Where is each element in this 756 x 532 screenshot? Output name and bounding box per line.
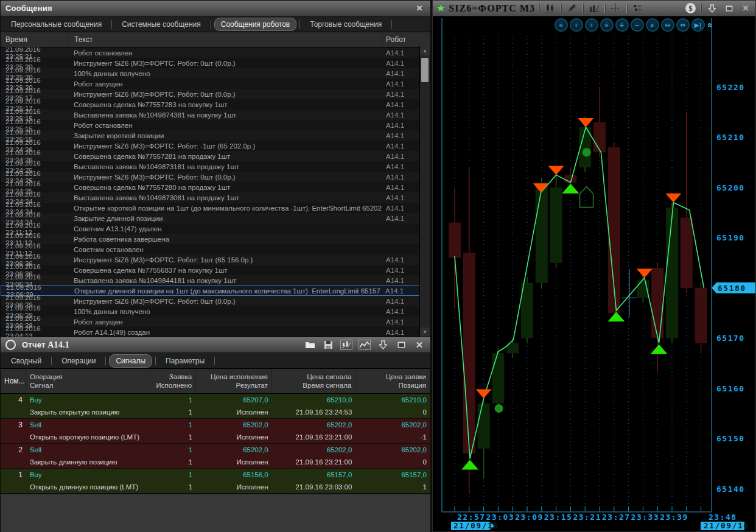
buy-marker[interactable]: [607, 312, 625, 321]
sell-marker[interactable]: [476, 390, 492, 399]
report-tab-2[interactable]: Сигналы: [109, 354, 152, 368]
header-line2: Исполнено: [156, 381, 192, 390]
scrollbar-thumb[interactable]: [421, 58, 429, 82]
date-badge-right-label[interactable]: 21/09/16: [704, 521, 749, 530]
favorite-star-icon[interactable]: ★: [436, 4, 445, 13]
message-robot: A14.1: [386, 132, 420, 139]
column-header-time[interactable]: Время: [1, 32, 68, 47]
report-title-name: A14.1: [47, 340, 69, 349]
signal-row-group[interactable]: 1Buy165156,065157,065157,0Открыть длинну…: [1, 469, 430, 494]
signal-row-group[interactable]: 3Sell165202,065202,065202,0Открыть корот…: [1, 419, 430, 444]
open-folder-icon[interactable]: [304, 340, 316, 351]
scroll-down-icon[interactable]: ▼: [420, 327, 430, 337]
message-text: Инструмент SiZ6 (M3)=ФОРТС. Робот: 1шт (…: [68, 256, 386, 264]
report-window: Отчет A14.1 ✕ СводныйОперацииСигналыПара…: [0, 337, 431, 532]
zoom-in-button[interactable]: +: [615, 18, 629, 32]
message-text: Робот остановлен: [68, 49, 386, 57]
signals-column-header[interactable]: Ном...: [1, 369, 26, 393]
time-axis-label: 22:57: [457, 513, 486, 522]
message-text: Инструмент SiZ6 (M3)=ФОРТС. Робот: 0шт (…: [68, 173, 386, 181]
column-header-text[interactable]: Текст: [68, 32, 382, 47]
close-icon[interactable]: ✕: [740, 3, 752, 14]
signal-value: 1: [147, 458, 196, 466]
buy-marker[interactable]: [461, 460, 478, 470]
signal-value: 1: [147, 396, 196, 404]
report-tab-0[interactable]: Сводный: [4, 354, 48, 368]
expand-horizontal-button[interactable]: ↔: [661, 18, 674, 32]
chart-titlebar[interactable]: ★ SIZ6=ФОРТС M3 $ ✕: [433, 1, 755, 16]
messages-table-body: 21.09.2016 23:25:21Робот остановленA14.1…: [1, 47, 420, 338]
sell-marker[interactable]: [665, 194, 681, 203]
go-to-end-button[interactable]: ▶|: [691, 18, 705, 32]
messages-tab-3[interactable]: Торговые сообщения: [303, 18, 388, 31]
buy-marker[interactable]: [562, 184, 579, 194]
sell-marker[interactable]: [637, 269, 653, 278]
messages-titlebar[interactable]: Сообщения ✕: [1, 1, 430, 16]
crosshair-icon[interactable]: [609, 2, 623, 15]
signal-row-group[interactable]: 4Buy165207,065210,065210,0Закрыть открыт…: [1, 394, 430, 419]
pencil-icon[interactable]: [565, 2, 579, 15]
message-robot: A14.1: [386, 267, 420, 274]
scroll-end-button[interactable]: »: [600, 18, 614, 32]
message-robot: A14.1: [386, 318, 420, 326]
messages-tab-0[interactable]: Персональные сообщения: [4, 18, 108, 31]
report-titlebar[interactable]: Отчет A14.1 ✕: [1, 337, 430, 353]
messages-tab-2[interactable]: Сообщения роботов: [214, 18, 297, 31]
close-icon[interactable]: ✕: [413, 340, 425, 351]
signal-value: 65202,0: [355, 446, 430, 453]
header-line1: Цена сигнала: [307, 373, 351, 381]
signals-column-header[interactable]: Цена исполненияРезультат: [196, 369, 272, 393]
zoom-window-button[interactable]: ⌕: [646, 18, 659, 32]
report-tab-3[interactable]: Параметры: [159, 354, 211, 368]
chart-line-icon[interactable]: [359, 340, 371, 351]
message-robot: A14.1: [386, 111, 420, 119]
download-arrow-icon[interactable]: [705, 2, 719, 15]
indicator-list-icon[interactable]: [631, 2, 645, 15]
close-icon[interactable]: ✕: [413, 3, 425, 14]
maximize-icon[interactable]: [723, 2, 736, 15]
scroll-up-icon[interactable]: ▲: [420, 46, 430, 55]
maximize-icon[interactable]: [395, 340, 407, 351]
signal-value: 65157,0: [272, 471, 356, 478]
target-house-marker[interactable]: [580, 187, 593, 208]
chart-window: ★ SIZ6=ФОРТС M3 $ ✕ «‹›»+−⌕↔⇔▶|« 6522065…: [432, 0, 756, 532]
buy-marker[interactable]: [651, 345, 668, 354]
signals-column-header[interactable]: ОперацияСигнал: [26, 369, 147, 393]
sell-marker[interactable]: [578, 118, 593, 127]
signal-value: 21.09.16 23:21:00: [272, 458, 356, 466]
chart-ruler-icon[interactable]: [587, 2, 601, 15]
column-header-robot[interactable]: Робот: [382, 32, 430, 47]
messages-scrollbar[interactable]: ▲ ▼: [419, 46, 430, 337]
download-arrow-icon[interactable]: [377, 340, 389, 351]
signal-value: 21.09.16 23:21:00: [272, 433, 356, 441]
report-tab-1[interactable]: Операции: [55, 354, 102, 368]
chart-nav-toolbar: «‹›»+−⌕↔⇔▶|«: [555, 18, 713, 32]
zoom-out-button[interactable]: −: [631, 18, 644, 32]
signal-row-line2: Открыть длинную позицию (LMT)1Исполнен21…: [1, 481, 430, 493]
header-line2: Сигнал: [30, 381, 53, 390]
signal-row-group[interactable]: 2Sell165202,065202,065202,0Закрыть длинн…: [1, 444, 430, 469]
date-badge-left-label[interactable]: 21/09/16: [453, 521, 499, 530]
scroll-right-button[interactable]: ›: [585, 18, 598, 32]
scroll-left-button[interactable]: ‹: [570, 18, 583, 32]
header-line1: Цена исполнения: [211, 373, 268, 381]
sell-marker[interactable]: [548, 166, 564, 175]
message-row[interactable]: 21.09.2016 23:04:13Робот A14.1(49) созда…: [1, 327, 420, 337]
signals-column-header[interactable]: ЗаявкаИсполнено: [147, 369, 196, 393]
message-robot: A14.1: [386, 173, 420, 181]
scroll-start-button[interactable]: «: [555, 18, 568, 32]
messages-tab-1[interactable]: Системные сообщения: [115, 18, 208, 31]
chart-plot[interactable]: 6522065210652006519065180651706516065150…: [433, 16, 756, 532]
message-robot: A14.1: [386, 277, 420, 284]
signals-column-header[interactable]: Цена заявкиПозиция: [355, 369, 430, 393]
signals-column-header[interactable]: Цена сигналаВремя сигнала: [272, 369, 356, 393]
chart-candles-icon[interactable]: [340, 340, 352, 351]
dollar-circle-icon[interactable]: $: [684, 2, 697, 15]
collapse-toolbar-icon[interactable]: «: [705, 23, 715, 27]
tab-separator: [155, 357, 156, 365]
save-icon[interactable]: [322, 340, 334, 351]
candlestick-icon[interactable]: [544, 2, 557, 15]
signal-operation: Buy: [26, 471, 147, 478]
message-text: Закрытие длинной позиции: [68, 215, 386, 222]
compress-horizontal-button[interactable]: ⇔: [676, 18, 690, 32]
